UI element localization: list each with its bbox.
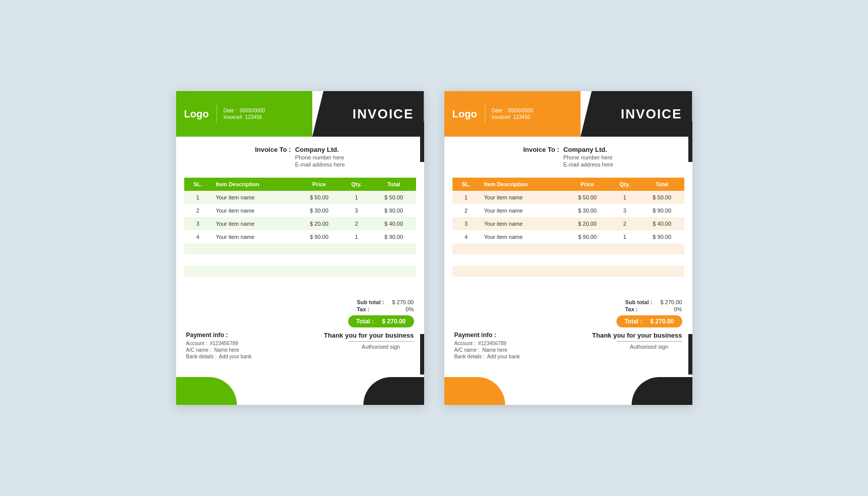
tax-value: 0%: [660, 306, 682, 312]
empty-row: [184, 243, 416, 255]
header-content: Logo Date : 00/00/0000 Invoice# 123456: [444, 91, 692, 137]
table-header-row: SL. Item Description Price Qty. Total: [184, 178, 416, 191]
desc-cell: Your item name: [480, 191, 565, 204]
empty-row: [184, 277, 416, 288]
header-divider: [485, 105, 485, 123]
account-line: Account : #123456789: [454, 341, 520, 346]
page-wrapper: INVOICE Logo Date : 00/00/0000 Invoice# …: [156, 71, 713, 425]
th-qty: Qty.: [609, 178, 640, 191]
bottom-decoration: [444, 369, 692, 405]
tax-label: Tax :: [625, 306, 652, 312]
table-row: 3 Your item name $ 20.00 2 $ 40.00: [184, 217, 416, 230]
total-row-highlight: Total : $ 270.00: [186, 315, 414, 327]
thank-you-text: Thank you for your business: [592, 332, 682, 339]
email-line: E-mail address here: [563, 161, 613, 168]
total-cell: $ 90.00: [371, 230, 416, 243]
header-meta: Date : 00/00/0000 Invoice# 123456: [223, 108, 265, 120]
company-name: Company Ltd.: [295, 146, 345, 153]
subtotal-label: Sub total :: [625, 299, 652, 305]
th-total: Total: [371, 178, 416, 191]
account-line: Account : #123456789: [186, 341, 252, 346]
invoice-footer: Sub total : $ 270.00 Tax : 0% Total : $ …: [444, 292, 692, 369]
empty-row: [452, 255, 684, 266]
price-cell: $ 90.00: [565, 230, 609, 243]
table-row: 1 Your item name $ 50.00 1 $ 50.00: [452, 191, 684, 204]
invoice-num-line: Invoice# 123456: [223, 114, 265, 120]
company-name: Company Ltd.: [563, 146, 613, 153]
total-label: Total :: [625, 318, 642, 325]
totals-section: Sub total : $ 270.00 Tax : 0%: [454, 299, 682, 312]
total-cell: $ 90.00: [640, 204, 684, 217]
subtotal-value: $ 270.00: [392, 299, 414, 305]
invoice-card-orange: INVOICE Logo Date : 00/00/0000 Invoice# …: [444, 91, 692, 405]
desc-cell: Your item name: [212, 217, 297, 230]
th-desc: Item Description: [480, 178, 565, 191]
price-cell: $ 20.00: [297, 217, 341, 230]
th-desc: Item Description: [212, 178, 297, 191]
table-row: 2 Your item name $ 30.00 3 $ 90.00: [452, 204, 684, 217]
ac-name-line: A/C name : Name here: [454, 347, 520, 353]
bottom-deco-right: [632, 377, 692, 405]
bottom-decoration: [176, 369, 424, 405]
bottom-section: Payment info : Account : #123456789 A/C …: [454, 332, 682, 364]
payment-info: Payment info : Account : #123456789 A/C …: [186, 332, 252, 360]
invoice-to-label: Invoice To :: [255, 146, 291, 153]
th-total: Total: [640, 178, 684, 191]
table-row: 3 Your item name $ 20.00 2 $ 40.00: [452, 217, 684, 230]
email-line: E-mail address here: [295, 161, 345, 168]
table-row: 1 Your item name $ 50.00 1 $ 50.00: [184, 191, 416, 204]
auth-sign: Authorised sign: [616, 341, 682, 350]
logo: Logo: [452, 108, 477, 120]
table-body: 1 Your item name $ 50.00 1 $ 50.00 2 You…: [452, 191, 684, 288]
invoice-header: INVOICE Logo Date : 00/00/0000 Invoice# …: [444, 91, 692, 137]
invoice-table: SL. Item Description Price Qty. Total 1 …: [452, 178, 684, 288]
total-cell: $ 40.00: [371, 217, 416, 230]
qty-cell: 1: [341, 230, 371, 243]
th-price: Price: [565, 178, 609, 191]
price-cell: $ 30.00: [297, 204, 341, 217]
date-line: Date : 00/00/0000: [223, 108, 265, 113]
logo: Logo: [184, 108, 209, 120]
empty-row: [452, 266, 684, 277]
total-cell: $ 50.00: [371, 191, 416, 204]
desc-cell: Your item name: [480, 204, 565, 217]
side-bar-right-top: [420, 121, 424, 162]
invoice-card-green: INVOICE Logo Date : 00/00/0000 Invoice# …: [176, 91, 424, 405]
th-price: Price: [297, 178, 341, 191]
table-row: 4 Your item name $ 90.00 1 $ 90.00: [184, 230, 416, 243]
table-row: 4 Your item name $ 90.00 1 $ 90.00: [452, 230, 684, 243]
qty-cell: 1: [609, 191, 640, 204]
totals-grid: Sub total : $ 270.00 Tax : 0%: [357, 299, 414, 312]
invoice-header: INVOICE Logo Date : 00/00/0000 Invoice# …: [176, 91, 424, 137]
total-label: Total :: [356, 318, 374, 325]
invoice-to-section: Invoice To : Company Ltd. Phone number h…: [176, 137, 424, 174]
subtotal-label: Sub total :: [357, 299, 384, 305]
price-cell: $ 90.00: [297, 230, 341, 243]
price-cell: $ 50.00: [297, 191, 341, 204]
sl-cell: 4: [184, 230, 212, 243]
auth-sign: Authorised sign: [348, 341, 414, 350]
qty-cell: 2: [609, 217, 640, 230]
side-bar-right-top: [688, 121, 692, 162]
sl-cell: 3: [184, 217, 212, 230]
tax-label: Tax :: [357, 306, 384, 312]
ac-name-line: A/C name : Name here: [186, 347, 252, 353]
qty-cell: 1: [341, 191, 371, 204]
bottom-section: Payment info : Account : #123456789 A/C …: [186, 332, 414, 364]
total-cell: $ 50.00: [640, 191, 684, 204]
total-cell: $ 40.00: [640, 217, 684, 230]
desc-cell: Your item name: [212, 230, 297, 243]
table-row: 2 Your item name $ 30.00 3 $ 90.00: [184, 204, 416, 217]
qty-cell: 1: [609, 230, 640, 243]
invoice-to-details: Company Ltd. Phone number here E-mail ad…: [295, 146, 345, 168]
desc-cell: Your item name: [480, 230, 565, 243]
phone-line: Phone number here: [295, 154, 345, 160]
side-bar-right-bottom: [688, 334, 692, 375]
sl-cell: 3: [452, 217, 480, 230]
table-body: 1 Your item name $ 50.00 1 $ 50.00 2 You…: [184, 191, 416, 288]
invoice-to-label: Invoice To :: [523, 146, 559, 153]
th-sl: SL.: [452, 178, 480, 191]
empty-row: [452, 243, 684, 255]
empty-row: [184, 255, 416, 266]
invoice-to-section: Invoice To : Company Ltd. Phone number h…: [444, 137, 692, 174]
